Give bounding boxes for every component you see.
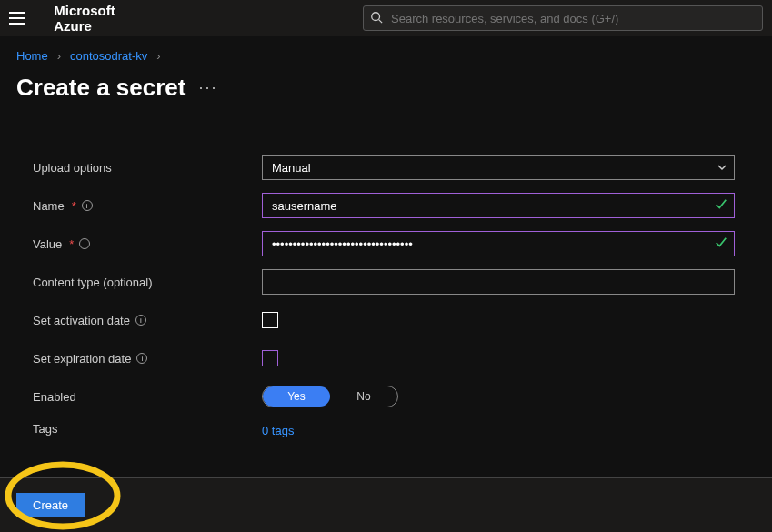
enabled-no-option[interactable]: No xyxy=(330,386,397,407)
footer-bar: Create xyxy=(0,477,772,532)
enabled-toggle[interactable]: Yes No xyxy=(262,386,398,407)
value-input[interactable] xyxy=(262,231,735,256)
content-type-input[interactable] xyxy=(262,269,735,295)
upload-options-select[interactable]: Manual xyxy=(262,155,735,180)
content-type-label: Content type (optional) xyxy=(33,276,262,289)
info-icon[interactable]: i xyxy=(136,353,147,364)
page-title: Create a secret xyxy=(16,74,185,102)
info-icon[interactable]: i xyxy=(82,200,93,211)
value-label: Value xyxy=(33,237,62,251)
required-asterisk: * xyxy=(69,237,74,251)
enabled-label: Enabled xyxy=(33,390,262,404)
more-menu-icon[interactable]: ··· xyxy=(198,78,217,97)
name-label: Name xyxy=(33,199,65,213)
breadcrumb-resource[interactable]: contosodrat-kv xyxy=(70,49,147,63)
chevron-right-icon: › xyxy=(57,49,61,63)
upload-options-label: Upload options xyxy=(33,161,262,175)
name-input[interactable] xyxy=(262,193,735,218)
enabled-yes-option[interactable]: Yes xyxy=(263,386,330,407)
tags-link[interactable]: 0 tags xyxy=(262,424,294,437)
info-icon[interactable]: i xyxy=(79,238,90,249)
info-icon[interactable]: i xyxy=(135,315,146,326)
tags-label: Tags xyxy=(33,422,262,436)
activation-label: Set activation date xyxy=(33,314,130,327)
topbar: Microsoft Azure xyxy=(0,0,772,36)
global-search[interactable] xyxy=(363,5,763,31)
page-title-row: Create a secret ··· xyxy=(0,68,772,120)
chevron-right-icon: › xyxy=(156,49,160,63)
required-asterisk: * xyxy=(72,199,76,213)
create-button[interactable]: Create xyxy=(16,493,85,517)
search-input[interactable] xyxy=(363,5,763,31)
expiration-label: Set expiration date xyxy=(33,352,131,366)
breadcrumb-home[interactable]: Home xyxy=(16,49,48,63)
expiration-checkbox[interactable] xyxy=(262,350,278,366)
upload-options-value: Manual xyxy=(272,161,311,175)
hamburger-menu-icon[interactable] xyxy=(9,7,28,29)
breadcrumb: Home › contosodrat-kv › xyxy=(0,36,772,68)
brand-title: Microsoft Azure xyxy=(54,3,145,34)
create-secret-form: Upload options Manual Name * i Value * i xyxy=(0,120,772,453)
activation-checkbox[interactable] xyxy=(262,312,278,328)
